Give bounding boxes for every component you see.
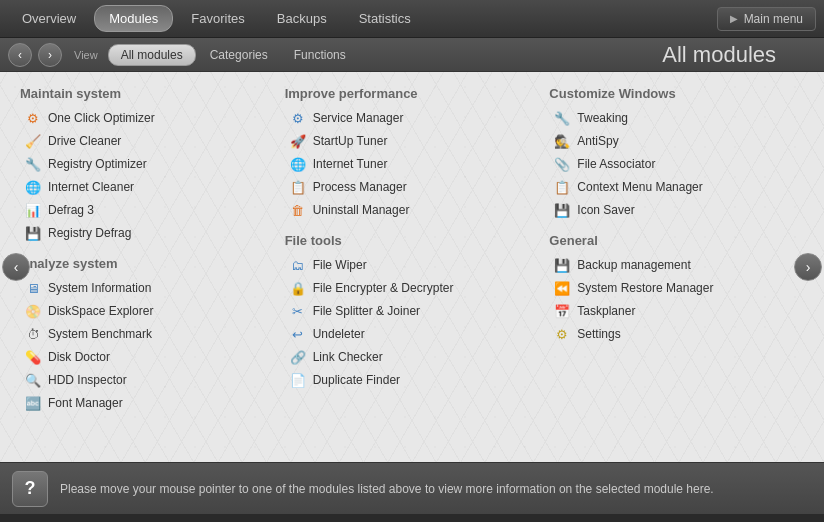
top-nav: Overview Modules Favorites Backups Stati… — [0, 0, 824, 38]
file-wiper-label: File Wiper — [313, 258, 367, 272]
registry-defrag-label: Registry Defrag — [48, 226, 131, 240]
uninstall-manager-label: Uninstall Manager — [313, 203, 410, 217]
link-checker-label: Link Checker — [313, 350, 383, 364]
module-icon-saver[interactable]: 💾 Icon Saver — [549, 199, 804, 221]
pill-categories[interactable]: Categories — [198, 44, 280, 66]
view-label: View — [74, 49, 98, 61]
tab-modules[interactable]: Modules — [94, 5, 173, 32]
module-system-restore-manager[interactable]: ⏪ System Restore Manager — [549, 277, 804, 299]
module-antispy[interactable]: 🕵 AntiSpy — [549, 130, 804, 152]
system-information-icon: 🖥 — [24, 279, 42, 297]
scroll-right-arrow[interactable]: › — [794, 253, 822, 281]
module-internet-cleaner[interactable]: 🌐 Internet Cleaner — [20, 176, 275, 198]
hdd-inspector-icon: 🔍 — [24, 371, 42, 389]
scroll-left-arrow[interactable]: ‹ — [2, 253, 30, 281]
module-hdd-inspector[interactable]: 🔍 HDD Inspector — [20, 369, 275, 391]
undeleter-icon: ↩ — [289, 325, 307, 343]
file-wiper-icon: 🗂 — [289, 256, 307, 274]
module-file-wiper[interactable]: 🗂 File Wiper — [285, 254, 540, 276]
drive-cleaner-icon: 🧹 — [24, 132, 42, 150]
file-encrypter-label: File Encrypter & Decrypter — [313, 281, 454, 295]
module-registry-optimizer[interactable]: 🔧 Registry Optimizer — [20, 153, 275, 175]
one-click-optimizer-label: One Click Optimizer — [48, 111, 155, 125]
process-manager-icon: 📋 — [289, 178, 307, 196]
module-file-encrypter[interactable]: 🔒 File Encrypter & Decrypter — [285, 277, 540, 299]
section-title-maintain: Maintain system — [20, 86, 275, 101]
module-drive-cleaner[interactable]: 🧹 Drive Cleaner — [20, 130, 275, 152]
module-link-checker[interactable]: 🔗 Link Checker — [285, 346, 540, 368]
process-manager-label: Process Manager — [313, 180, 407, 194]
module-duplicate-finder[interactable]: 📄 Duplicate Finder — [285, 369, 540, 391]
drive-cleaner-label: Drive Cleaner — [48, 134, 121, 148]
duplicate-finder-icon: 📄 — [289, 371, 307, 389]
taskplaner-label: Taskplaner — [577, 304, 635, 318]
module-one-click-optimizer[interactable]: ⚙ One Click Optimizer — [20, 107, 275, 129]
system-benchmark-icon: ⏱ — [24, 325, 42, 343]
tab-statistics[interactable]: Statistics — [345, 6, 425, 31]
system-restore-manager-icon: ⏪ — [553, 279, 571, 297]
forward-button[interactable]: › — [38, 43, 62, 67]
startup-tuner-label: StartUp Tuner — [313, 134, 388, 148]
main-menu-button[interactable]: Main menu — [717, 7, 816, 31]
pill-functions[interactable]: Functions — [282, 44, 358, 66]
section-title-general: General — [549, 233, 804, 248]
module-registry-defrag[interactable]: 💾 Registry Defrag — [20, 222, 275, 244]
pill-all-modules[interactable]: All modules — [108, 44, 196, 66]
column-improve: Improve performance ⚙ Service Manager 🚀 … — [280, 82, 545, 452]
module-process-manager[interactable]: 📋 Process Manager — [285, 176, 540, 198]
module-system-information[interactable]: 🖥 System Information — [20, 277, 275, 299]
context-menu-manager-icon: 📋 — [553, 178, 571, 196]
uninstall-manager-icon: 🗑 — [289, 201, 307, 219]
duplicate-finder-label: Duplicate Finder — [313, 373, 400, 387]
section-title-customize: Customize Windows — [549, 86, 804, 101]
startup-tuner-icon: 🚀 — [289, 132, 307, 150]
module-context-menu-manager[interactable]: 📋 Context Menu Manager — [549, 176, 804, 198]
module-font-manager[interactable]: 🔤 Font Manager — [20, 392, 275, 414]
module-undeleter[interactable]: ↩ Undeleter — [285, 323, 540, 345]
icon-saver-icon: 💾 — [553, 201, 571, 219]
section-title-improve: Improve performance — [285, 86, 540, 101]
file-associator-icon: 📎 — [553, 155, 571, 173]
module-system-benchmark[interactable]: ⏱ System Benchmark — [20, 323, 275, 345]
module-file-associator[interactable]: 📎 File Associator — [549, 153, 804, 175]
help-button[interactable]: ? — [12, 471, 48, 507]
service-manager-label: Service Manager — [313, 111, 404, 125]
file-associator-label: File Associator — [577, 157, 655, 171]
module-settings[interactable]: ⚙ Settings — [549, 323, 804, 345]
view-pills: All modules Categories Functions — [108, 44, 358, 66]
tweaking-label: Tweaking — [577, 111, 628, 125]
settings-label: Settings — [577, 327, 620, 341]
back-button[interactable]: ‹ — [8, 43, 32, 67]
module-taskplaner[interactable]: 📅 Taskplaner — [549, 300, 804, 322]
modules-columns: Maintain system ⚙ One Click Optimizer 🧹 … — [0, 72, 824, 462]
tab-backups[interactable]: Backups — [263, 6, 341, 31]
one-click-optimizer-icon: ⚙ — [24, 109, 42, 127]
registry-optimizer-label: Registry Optimizer — [48, 157, 147, 171]
module-disk-doctor[interactable]: 💊 Disk Doctor — [20, 346, 275, 368]
font-manager-icon: 🔤 — [24, 394, 42, 412]
file-splitter-label: File Splitter & Joiner — [313, 304, 420, 318]
module-internet-tuner[interactable]: 🌐 Internet Tuner — [285, 153, 540, 175]
column-customize: Customize Windows 🔧 Tweaking 🕵 AntiSpy 📎… — [544, 82, 809, 452]
antispy-icon: 🕵 — [553, 132, 571, 150]
registry-defrag-icon: 💾 — [24, 224, 42, 242]
sub-nav: ‹ › View All modules Categories Function… — [0, 38, 824, 72]
disk-doctor-icon: 💊 — [24, 348, 42, 366]
undeleter-label: Undeleter — [313, 327, 365, 341]
module-tweaking[interactable]: 🔧 Tweaking — [549, 107, 804, 129]
internet-cleaner-label: Internet Cleaner — [48, 180, 134, 194]
module-uninstall-manager[interactable]: 🗑 Uninstall Manager — [285, 199, 540, 221]
font-manager-label: Font Manager — [48, 396, 123, 410]
tab-overview[interactable]: Overview — [8, 6, 90, 31]
module-file-splitter[interactable]: ✂ File Splitter & Joiner — [285, 300, 540, 322]
tab-favorites[interactable]: Favorites — [177, 6, 258, 31]
module-service-manager[interactable]: ⚙ Service Manager — [285, 107, 540, 129]
module-backup-management[interactable]: 💾 Backup management — [549, 254, 804, 276]
module-diskspace-explorer[interactable]: 📀 DiskSpace Explorer — [20, 300, 275, 322]
module-startup-tuner[interactable]: 🚀 StartUp Tuner — [285, 130, 540, 152]
antispy-label: AntiSpy — [577, 134, 618, 148]
system-information-label: System Information — [48, 281, 151, 295]
link-checker-icon: 🔗 — [289, 348, 307, 366]
defrag3-icon: 📊 — [24, 201, 42, 219]
module-defrag3[interactable]: 📊 Defrag 3 — [20, 199, 275, 221]
